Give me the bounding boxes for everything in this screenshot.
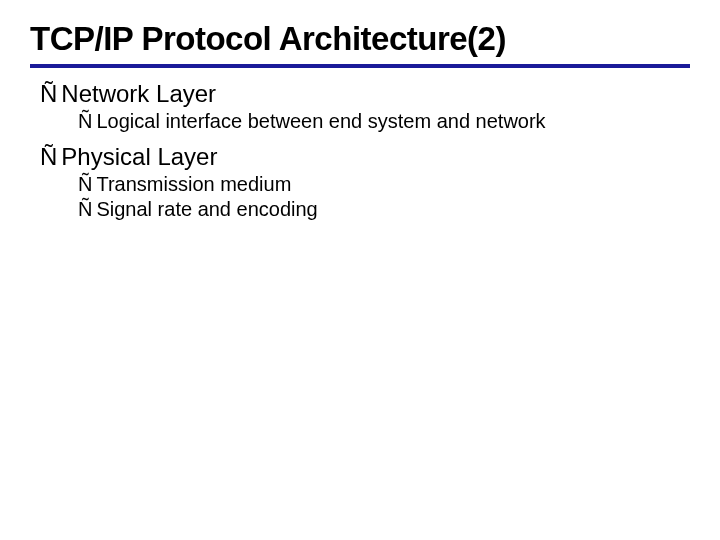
heading-network-layer: ÑNetwork Layer <box>40 80 690 108</box>
bullet-icon: Ñ <box>78 173 92 196</box>
item-text: Logical interface between end system and… <box>96 110 545 132</box>
item-text: Transmission medium <box>96 173 291 195</box>
section-network-layer: ÑNetwork Layer ÑLogical interface betwee… <box>30 80 690 133</box>
section-physical-layer: ÑPhysical Layer ÑTransmission medium ÑSi… <box>30 143 690 221</box>
bullet-icon: Ñ <box>40 143 57 171</box>
bullet-icon: Ñ <box>40 80 57 108</box>
bullet-icon: Ñ <box>78 110 92 133</box>
heading-text: Physical Layer <box>61 143 217 170</box>
bullet-icon: Ñ <box>78 198 92 221</box>
list-item: ÑTransmission medium <box>78 173 690 196</box>
slide-title: TCP/IP Protocol Architecture(2) <box>30 20 690 68</box>
list-item: ÑSignal rate and encoding <box>78 198 690 221</box>
heading-physical-layer: ÑPhysical Layer <box>40 143 690 171</box>
item-text: Signal rate and encoding <box>96 198 317 220</box>
heading-text: Network Layer <box>61 80 216 107</box>
list-item: ÑLogical interface between end system an… <box>78 110 690 133</box>
